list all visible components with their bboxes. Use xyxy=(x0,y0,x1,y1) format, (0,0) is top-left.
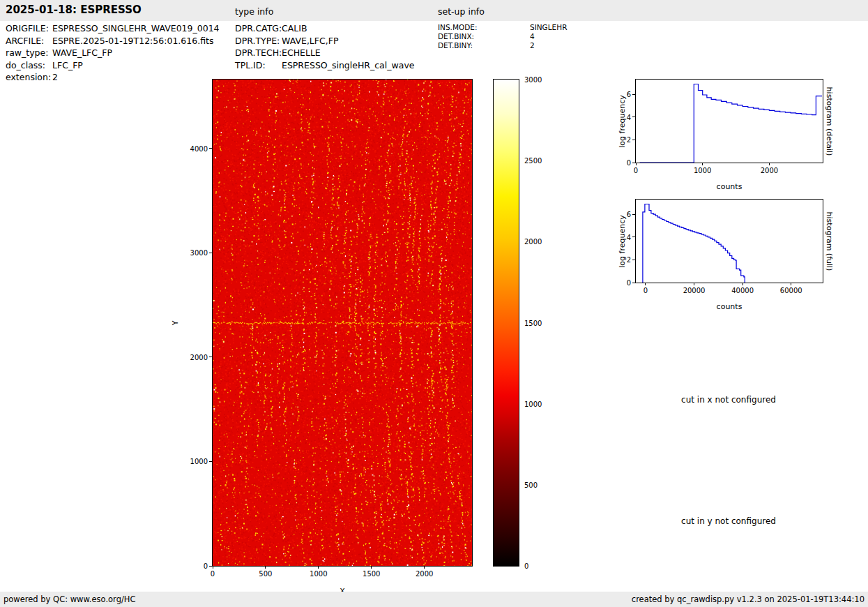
x-tick-mark xyxy=(318,566,319,569)
log-frequency-label: log frequency xyxy=(618,95,627,147)
colorbar-tick-label: 2500 xyxy=(524,157,542,165)
y-axis-label: Y xyxy=(171,320,180,325)
info-value: LFC_FP xyxy=(52,59,83,72)
info-value: ESPRE.2025-01-19T12:56:01.616.fits xyxy=(52,35,213,47)
footer-bar: powered by QC: www.eso.org/HC created by… xyxy=(0,592,868,607)
colorbar-tick-label: 2000 xyxy=(524,238,542,246)
y-tick-mark xyxy=(632,237,635,237)
info-label: DPR.TYPE: xyxy=(235,35,282,47)
colorbar-tick-label: 0 xyxy=(524,562,528,570)
x-tick-mark xyxy=(702,163,703,165)
x-tick-label: 40000 xyxy=(731,287,754,294)
main-image-canvas xyxy=(213,80,472,566)
info-row: DET.BINX:4 xyxy=(438,32,567,41)
histogram-full-side-label: histogram (full) xyxy=(825,211,834,271)
colorbar: 050010001500200025003000 xyxy=(493,79,519,567)
x-tick-label: 2000 xyxy=(761,167,778,174)
y-tick-label: 0 xyxy=(204,562,208,570)
x-tick-mark xyxy=(743,283,743,285)
y-tick-mark xyxy=(632,163,635,163)
cut-x-message: cut in x not configured xyxy=(681,395,776,405)
info-row: DET.BINY:2 xyxy=(438,41,567,50)
y-tick-mark xyxy=(209,148,212,149)
info-label: DET.BINY: xyxy=(438,41,530,50)
type-info-heading: type info xyxy=(235,6,273,17)
info-value: WAVE_LFC_FP xyxy=(52,47,112,59)
y-tick-label: 4 xyxy=(627,113,631,121)
main-image-plot: X Y 050010001500200001000200030004000 xyxy=(212,79,473,567)
x-tick-mark xyxy=(645,283,646,285)
info-label: DPR.CATG: xyxy=(235,22,282,35)
x-tick-mark xyxy=(769,163,770,165)
y-tick-label: 2 xyxy=(627,256,631,264)
colorbar-tick-label: 3000 xyxy=(524,76,542,84)
y-tick-mark xyxy=(209,461,212,462)
x-tick-mark xyxy=(791,283,791,285)
y-tick-mark xyxy=(632,260,635,260)
setup-info-block: INS.MODE:SINGLEHR DET.BINX:4 DET.BINY:2 xyxy=(438,23,567,50)
log-frequency-label: log frequency xyxy=(618,215,627,267)
y-tick-label: 2 xyxy=(627,136,631,144)
y-tick-mark xyxy=(632,283,635,283)
info-value: CALIB xyxy=(282,22,307,35)
x-tick-mark xyxy=(265,566,266,569)
setup-info-heading: set-up info xyxy=(438,6,485,17)
x-tick-label: 1500 xyxy=(363,570,380,578)
counts-label: counts xyxy=(717,302,743,311)
info-label: DET.BINX: xyxy=(438,32,530,41)
info-label: raw_type: xyxy=(6,47,52,59)
y-tick-mark xyxy=(632,94,635,95)
info-value: 2 xyxy=(52,71,58,84)
colorbar-tick-label: 500 xyxy=(524,481,538,488)
info-label: ARCFILE: xyxy=(6,35,52,47)
page-title: 2025-01-18: ESPRESSO xyxy=(6,3,142,16)
info-label: TPL.ID: xyxy=(235,59,282,72)
info-row: DPR.TYPE:WAVE,LFC,FP xyxy=(235,35,414,47)
y-tick-mark xyxy=(632,140,635,140)
x-tick-mark xyxy=(424,566,425,569)
x-tick-mark xyxy=(213,566,213,569)
y-tick-mark xyxy=(209,357,212,357)
x-tick-label: 0 xyxy=(634,167,638,174)
histogram-detail-side-label: histogram (detail) xyxy=(825,87,834,156)
file-info-block: ORIGFILE:ESPRESSO_SINGLEHR_WAVE019_0014 … xyxy=(6,22,220,84)
x-tick-label: 20000 xyxy=(683,287,706,294)
info-value: 4 xyxy=(530,32,535,41)
info-row: TPL.ID:ESPRESSO_singleHR_cal_wave xyxy=(235,59,414,72)
colorbar-tick-label: 1500 xyxy=(524,319,542,327)
x-tick-mark xyxy=(694,283,694,285)
info-row: do_class:LFC_FP xyxy=(6,59,220,72)
y-tick-mark xyxy=(209,253,212,253)
info-row: DPR.CATG:CALIB xyxy=(235,22,414,35)
info-row: raw_type:WAVE_LFC_FP xyxy=(6,47,220,59)
y-tick-label: 0 xyxy=(627,279,631,287)
info-row: DPR.TECH:ECHELLE xyxy=(235,47,414,59)
y-tick-label: 3000 xyxy=(190,249,208,257)
x-tick-label: 60000 xyxy=(780,287,802,294)
info-value: ESPRESSO_singleHR_cal_wave xyxy=(282,59,414,72)
y-tick-label: 1000 xyxy=(190,458,208,465)
histogram-curve xyxy=(636,80,823,163)
info-row: INS.MODE:SINGLEHR xyxy=(438,23,567,32)
x-tick-label: 0 xyxy=(644,287,648,294)
histogram-curve xyxy=(636,200,823,283)
info-label: DPR.TECH: xyxy=(235,47,282,59)
info-value: 2 xyxy=(530,41,535,50)
y-tick-label: 4 xyxy=(627,233,631,241)
colorbar-tick-label: 1000 xyxy=(524,400,542,407)
x-tick-label: 500 xyxy=(259,570,272,578)
info-value: WAVE,LFC,FP xyxy=(282,35,338,47)
qc-report-page: 2025-01-18: ESPRESSO type info set-up in… xyxy=(0,0,868,607)
y-tick-mark xyxy=(632,214,635,215)
header-bar: 2025-01-18: ESPRESSO type info set-up in… xyxy=(0,0,868,21)
cut-y-message: cut in y not configured xyxy=(681,516,776,526)
histogram-full-plot: counts log frequency histogram (full) 02… xyxy=(635,199,823,283)
x-tick-mark xyxy=(636,163,637,165)
type-info-block: DPR.CATG:CALIB DPR.TYPE:WAVE,LFC,FP DPR.… xyxy=(235,22,414,71)
info-value: ESPRESSO_SINGLEHR_WAVE019_0014 xyxy=(52,22,220,35)
histogram-detail-plot: counts log frequency histogram (detail) … xyxy=(635,79,823,163)
y-tick-mark xyxy=(209,566,212,567)
info-value: SINGLEHR xyxy=(530,23,567,32)
footer-left: powered by QC: www.eso.org/HC xyxy=(3,594,135,604)
info-label: do_class: xyxy=(6,59,52,72)
